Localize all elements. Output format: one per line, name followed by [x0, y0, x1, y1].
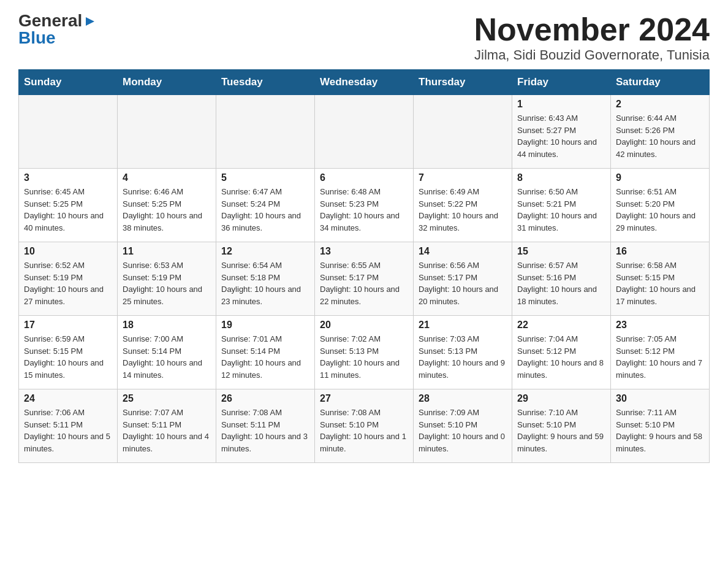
calendar-cell: 4Sunrise: 6:46 AMSunset: 5:25 PMDaylight…: [118, 169, 216, 242]
logo: General Blue: [18, 12, 97, 47]
day-number: 10: [24, 246, 112, 257]
calendar-cell: 15Sunrise: 6:57 AMSunset: 5:16 PMDayligh…: [512, 242, 611, 316]
day-info: Sunrise: 7:02 AMSunset: 5:13 PMDaylight:…: [320, 333, 408, 381]
day-info: Sunrise: 6:59 AMSunset: 5:15 PMDaylight:…: [24, 333, 112, 381]
day-number: 22: [517, 320, 605, 331]
calendar-cell: 16Sunrise: 6:58 AMSunset: 5:15 PMDayligh…: [611, 242, 710, 316]
day-number: 14: [419, 246, 507, 257]
title-block: November 2024 Jilma, Sidi Bouzid Governo…: [474, 12, 710, 63]
calendar-cell: 1Sunrise: 6:43 AMSunset: 5:27 PMDaylight…: [512, 95, 611, 169]
calendar-cell: 21Sunrise: 7:03 AMSunset: 5:13 PMDayligh…: [414, 316, 512, 389]
day-info: Sunrise: 7:08 AMSunset: 5:10 PMDaylight:…: [320, 407, 408, 454]
day-number: 30: [616, 393, 704, 404]
calendar-cell: 28Sunrise: 7:09 AMSunset: 5:10 PMDayligh…: [414, 389, 512, 463]
day-number: 25: [123, 393, 211, 404]
day-info: Sunrise: 6:44 AMSunset: 5:26 PMDaylight:…: [616, 112, 704, 160]
calendar-cell: 22Sunrise: 7:04 AMSunset: 5:12 PMDayligh…: [512, 316, 611, 389]
day-info: Sunrise: 6:43 AMSunset: 5:27 PMDaylight:…: [517, 112, 605, 160]
day-info: Sunrise: 6:58 AMSunset: 5:15 PMDaylight:…: [616, 259, 704, 307]
calendar-cell: 25Sunrise: 7:07 AMSunset: 5:11 PMDayligh…: [118, 389, 216, 463]
calendar-cell: [19, 95, 118, 169]
day-number: 4: [123, 172, 211, 183]
day-info: Sunrise: 7:10 AMSunset: 5:10 PMDaylight:…: [517, 407, 605, 454]
day-info: Sunrise: 7:07 AMSunset: 5:11 PMDaylight:…: [123, 407, 211, 454]
day-number: 5: [221, 172, 309, 183]
page-header: General Blue November 2024 Jilma, Sidi B…: [18, 12, 710, 63]
day-number: 21: [419, 320, 507, 331]
logo-triangle-icon: [83, 15, 97, 28]
day-info: Sunrise: 7:08 AMSunset: 5:11 PMDaylight:…: [221, 407, 309, 454]
day-info: Sunrise: 7:11 AMSunset: 5:10 PMDaylight:…: [616, 407, 704, 454]
calendar-cell: [216, 95, 315, 169]
header-sunday: Sunday: [19, 70, 118, 95]
header-tuesday: Tuesday: [216, 70, 315, 95]
calendar-cell: [118, 95, 216, 169]
calendar-cell: 26Sunrise: 7:08 AMSunset: 5:11 PMDayligh…: [216, 389, 315, 463]
day-info: Sunrise: 7:03 AMSunset: 5:13 PMDaylight:…: [419, 333, 507, 381]
day-number: 28: [419, 393, 507, 404]
day-info: Sunrise: 7:01 AMSunset: 5:14 PMDaylight:…: [221, 333, 309, 381]
day-number: 26: [221, 393, 309, 404]
calendar-week-row: 10Sunrise: 6:52 AMSunset: 5:19 PMDayligh…: [19, 242, 710, 316]
calendar-title: November 2024: [474, 12, 710, 47]
header-wednesday: Wednesday: [315, 70, 414, 95]
calendar-cell: 17Sunrise: 6:59 AMSunset: 5:15 PMDayligh…: [19, 316, 118, 389]
day-number: 24: [24, 393, 112, 404]
day-number: 6: [320, 172, 408, 183]
day-info: Sunrise: 6:57 AMSunset: 5:16 PMDaylight:…: [517, 259, 605, 307]
day-number: 27: [320, 393, 408, 404]
day-number: 17: [24, 320, 112, 331]
calendar-week-row: 17Sunrise: 6:59 AMSunset: 5:15 PMDayligh…: [19, 316, 710, 389]
logo-text-general: General: [18, 12, 82, 29]
calendar-cell: 8Sunrise: 6:50 AMSunset: 5:21 PMDaylight…: [512, 169, 611, 242]
calendar-cell: 12Sunrise: 6:54 AMSunset: 5:18 PMDayligh…: [216, 242, 315, 316]
calendar-cell: 14Sunrise: 6:56 AMSunset: 5:17 PMDayligh…: [414, 242, 512, 316]
day-info: Sunrise: 6:54 AMSunset: 5:18 PMDaylight:…: [221, 259, 309, 307]
day-info: Sunrise: 7:06 AMSunset: 5:11 PMDaylight:…: [24, 407, 112, 454]
day-info: Sunrise: 7:00 AMSunset: 5:14 PMDaylight:…: [123, 333, 211, 381]
logo-text-blue: Blue: [18, 29, 56, 47]
day-number: 1: [517, 99, 605, 110]
day-number: 29: [517, 393, 605, 404]
day-number: 19: [221, 320, 309, 331]
day-info: Sunrise: 6:50 AMSunset: 5:21 PMDaylight:…: [517, 186, 605, 234]
day-info: Sunrise: 6:53 AMSunset: 5:19 PMDaylight:…: [123, 259, 211, 307]
day-number: 2: [616, 99, 704, 110]
calendar-cell: 5Sunrise: 6:47 AMSunset: 5:24 PMDaylight…: [216, 169, 315, 242]
day-number: 3: [24, 172, 112, 183]
day-number: 13: [320, 246, 408, 257]
calendar-cell: 27Sunrise: 7:08 AMSunset: 5:10 PMDayligh…: [315, 389, 414, 463]
calendar-cell: 3Sunrise: 6:45 AMSunset: 5:25 PMDaylight…: [19, 169, 118, 242]
day-info: Sunrise: 6:46 AMSunset: 5:25 PMDaylight:…: [123, 186, 211, 234]
calendar-cell: 11Sunrise: 6:53 AMSunset: 5:19 PMDayligh…: [118, 242, 216, 316]
day-info: Sunrise: 6:48 AMSunset: 5:23 PMDaylight:…: [320, 186, 408, 234]
calendar-cell: 18Sunrise: 7:00 AMSunset: 5:14 PMDayligh…: [118, 316, 216, 389]
calendar-cell: 6Sunrise: 6:48 AMSunset: 5:23 PMDaylight…: [315, 169, 414, 242]
day-info: Sunrise: 6:56 AMSunset: 5:17 PMDaylight:…: [419, 259, 507, 307]
calendar-cell: 9Sunrise: 6:51 AMSunset: 5:20 PMDaylight…: [611, 169, 710, 242]
header-monday: Monday: [118, 70, 216, 95]
calendar-cell: 30Sunrise: 7:11 AMSunset: 5:10 PMDayligh…: [611, 389, 710, 463]
header-saturday: Saturday: [611, 70, 710, 95]
calendar-cell: 19Sunrise: 7:01 AMSunset: 5:14 PMDayligh…: [216, 316, 315, 389]
calendar-cell: [315, 95, 414, 169]
day-info: Sunrise: 6:49 AMSunset: 5:22 PMDaylight:…: [419, 186, 507, 234]
day-info: Sunrise: 6:55 AMSunset: 5:17 PMDaylight:…: [320, 259, 408, 307]
day-info: Sunrise: 6:52 AMSunset: 5:19 PMDaylight:…: [24, 259, 112, 307]
calendar-cell: 24Sunrise: 7:06 AMSunset: 5:11 PMDayligh…: [19, 389, 118, 463]
calendar-cell: 20Sunrise: 7:02 AMSunset: 5:13 PMDayligh…: [315, 316, 414, 389]
header-friday: Friday: [512, 70, 611, 95]
calendar-cell: 10Sunrise: 6:52 AMSunset: 5:19 PMDayligh…: [19, 242, 118, 316]
day-info: Sunrise: 6:47 AMSunset: 5:24 PMDaylight:…: [221, 186, 309, 234]
calendar-week-row: 1Sunrise: 6:43 AMSunset: 5:27 PMDaylight…: [19, 95, 710, 169]
day-number: 12: [221, 246, 309, 257]
calendar-cell: 7Sunrise: 6:49 AMSunset: 5:22 PMDaylight…: [414, 169, 512, 242]
day-number: 8: [517, 172, 605, 183]
calendar-cell: [414, 95, 512, 169]
calendar-cell: 13Sunrise: 6:55 AMSunset: 5:17 PMDayligh…: [315, 242, 414, 316]
day-number: 11: [123, 246, 211, 257]
calendar-cell: 2Sunrise: 6:44 AMSunset: 5:26 PMDaylight…: [611, 95, 710, 169]
day-number: 20: [320, 320, 408, 331]
day-info: Sunrise: 6:51 AMSunset: 5:20 PMDaylight:…: [616, 186, 704, 234]
day-number: 9: [616, 172, 704, 183]
